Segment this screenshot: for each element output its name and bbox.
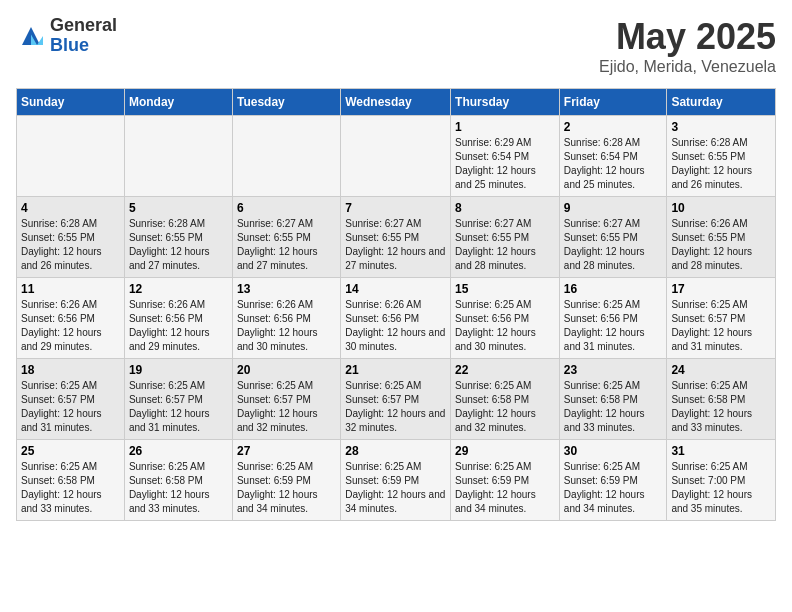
day-info: Sunrise: 6:26 AMSunset: 6:56 PMDaylight:… [237,298,336,354]
page-header: General Blue May 2025 Ejido, Merida, Ven… [16,16,776,76]
day-info: Sunrise: 6:25 AMSunset: 6:57 PMDaylight:… [129,379,228,435]
day-number: 16 [564,282,663,296]
calendar-cell: 12Sunrise: 6:26 AMSunset: 6:56 PMDayligh… [124,278,232,359]
day-info: Sunrise: 6:25 AMSunset: 6:58 PMDaylight:… [129,460,228,516]
day-number: 29 [455,444,555,458]
calendar-cell: 22Sunrise: 6:25 AMSunset: 6:58 PMDayligh… [451,359,560,440]
day-number: 23 [564,363,663,377]
calendar-cell: 5Sunrise: 6:28 AMSunset: 6:55 PMDaylight… [124,197,232,278]
title-location: Ejido, Merida, Venezuela [599,58,776,76]
day-info: Sunrise: 6:26 AMSunset: 6:56 PMDaylight:… [129,298,228,354]
day-info: Sunrise: 6:25 AMSunset: 6:56 PMDaylight:… [455,298,555,354]
day-info: Sunrise: 6:25 AMSunset: 6:57 PMDaylight:… [21,379,120,435]
day-info: Sunrise: 6:25 AMSunset: 6:59 PMDaylight:… [564,460,663,516]
calendar-week-row: 25Sunrise: 6:25 AMSunset: 6:58 PMDayligh… [17,440,776,521]
day-number: 19 [129,363,228,377]
day-info: Sunrise: 6:26 AMSunset: 6:56 PMDaylight:… [345,298,446,354]
title-month: May 2025 [599,16,776,58]
day-info: Sunrise: 6:25 AMSunset: 7:00 PMDaylight:… [671,460,771,516]
day-info: Sunrise: 6:25 AMSunset: 6:56 PMDaylight:… [564,298,663,354]
day-info: Sunrise: 6:25 AMSunset: 6:59 PMDaylight:… [455,460,555,516]
day-info: Sunrise: 6:27 AMSunset: 6:55 PMDaylight:… [345,217,446,273]
day-info: Sunrise: 6:28 AMSunset: 6:55 PMDaylight:… [129,217,228,273]
calendar-cell: 31Sunrise: 6:25 AMSunset: 7:00 PMDayligh… [667,440,776,521]
calendar-cell [341,116,451,197]
calendar-cell [17,116,125,197]
calendar-cell: 26Sunrise: 6:25 AMSunset: 6:58 PMDayligh… [124,440,232,521]
day-info: Sunrise: 6:27 AMSunset: 6:55 PMDaylight:… [237,217,336,273]
calendar-cell: 14Sunrise: 6:26 AMSunset: 6:56 PMDayligh… [341,278,451,359]
day-number: 31 [671,444,771,458]
calendar-cell: 7Sunrise: 6:27 AMSunset: 6:55 PMDaylight… [341,197,451,278]
calendar-cell: 2Sunrise: 6:28 AMSunset: 6:54 PMDaylight… [559,116,667,197]
day-number: 5 [129,201,228,215]
day-number: 30 [564,444,663,458]
calendar-week-row: 1Sunrise: 6:29 AMSunset: 6:54 PMDaylight… [17,116,776,197]
day-info: Sunrise: 6:25 AMSunset: 6:59 PMDaylight:… [345,460,446,516]
day-number: 25 [21,444,120,458]
day-number: 27 [237,444,336,458]
logo-general-text: General [50,16,117,36]
day-number: 26 [129,444,228,458]
day-info: Sunrise: 6:26 AMSunset: 6:56 PMDaylight:… [21,298,120,354]
calendar-week-row: 18Sunrise: 6:25 AMSunset: 6:57 PMDayligh… [17,359,776,440]
day-number: 21 [345,363,446,377]
day-info: Sunrise: 6:25 AMSunset: 6:59 PMDaylight:… [237,460,336,516]
day-info: Sunrise: 6:25 AMSunset: 6:57 PMDaylight:… [345,379,446,435]
calendar-cell: 25Sunrise: 6:25 AMSunset: 6:58 PMDayligh… [17,440,125,521]
day-number: 9 [564,201,663,215]
weekday-header: Monday [124,89,232,116]
logo-text: General Blue [50,16,117,56]
day-info: Sunrise: 6:27 AMSunset: 6:55 PMDaylight:… [564,217,663,273]
calendar-cell: 20Sunrise: 6:25 AMSunset: 6:57 PMDayligh… [232,359,340,440]
calendar-cell: 21Sunrise: 6:25 AMSunset: 6:57 PMDayligh… [341,359,451,440]
calendar-week-row: 11Sunrise: 6:26 AMSunset: 6:56 PMDayligh… [17,278,776,359]
day-number: 2 [564,120,663,134]
day-number: 13 [237,282,336,296]
logo-icon [16,21,46,51]
day-number: 14 [345,282,446,296]
calendar-cell: 15Sunrise: 6:25 AMSunset: 6:56 PMDayligh… [451,278,560,359]
calendar-header-row: SundayMondayTuesdayWednesdayThursdayFrid… [17,89,776,116]
day-info: Sunrise: 6:25 AMSunset: 6:58 PMDaylight:… [671,379,771,435]
calendar-cell: 17Sunrise: 6:25 AMSunset: 6:57 PMDayligh… [667,278,776,359]
day-info: Sunrise: 6:25 AMSunset: 6:58 PMDaylight:… [21,460,120,516]
calendar-cell: 6Sunrise: 6:27 AMSunset: 6:55 PMDaylight… [232,197,340,278]
logo: General Blue [16,16,117,56]
day-info: Sunrise: 6:25 AMSunset: 6:58 PMDaylight:… [455,379,555,435]
day-number: 12 [129,282,228,296]
title-block: May 2025 Ejido, Merida, Venezuela [599,16,776,76]
calendar-cell: 16Sunrise: 6:25 AMSunset: 6:56 PMDayligh… [559,278,667,359]
logo-blue-text: Blue [50,36,117,56]
day-info: Sunrise: 6:25 AMSunset: 6:57 PMDaylight:… [237,379,336,435]
calendar-cell: 24Sunrise: 6:25 AMSunset: 6:58 PMDayligh… [667,359,776,440]
calendar-week-row: 4Sunrise: 6:28 AMSunset: 6:55 PMDaylight… [17,197,776,278]
day-number: 15 [455,282,555,296]
calendar-cell: 4Sunrise: 6:28 AMSunset: 6:55 PMDaylight… [17,197,125,278]
calendar-cell: 29Sunrise: 6:25 AMSunset: 6:59 PMDayligh… [451,440,560,521]
calendar-cell: 13Sunrise: 6:26 AMSunset: 6:56 PMDayligh… [232,278,340,359]
weekday-header: Tuesday [232,89,340,116]
day-number: 17 [671,282,771,296]
day-info: Sunrise: 6:26 AMSunset: 6:55 PMDaylight:… [671,217,771,273]
day-info: Sunrise: 6:29 AMSunset: 6:54 PMDaylight:… [455,136,555,192]
calendar-cell: 18Sunrise: 6:25 AMSunset: 6:57 PMDayligh… [17,359,125,440]
calendar-table: SundayMondayTuesdayWednesdayThursdayFrid… [16,88,776,521]
day-info: Sunrise: 6:28 AMSunset: 6:55 PMDaylight:… [21,217,120,273]
calendar-cell: 30Sunrise: 6:25 AMSunset: 6:59 PMDayligh… [559,440,667,521]
day-number: 24 [671,363,771,377]
weekday-header: Wednesday [341,89,451,116]
day-number: 6 [237,201,336,215]
calendar-cell: 23Sunrise: 6:25 AMSunset: 6:58 PMDayligh… [559,359,667,440]
calendar-cell: 1Sunrise: 6:29 AMSunset: 6:54 PMDaylight… [451,116,560,197]
calendar-cell: 8Sunrise: 6:27 AMSunset: 6:55 PMDaylight… [451,197,560,278]
weekday-header: Saturday [667,89,776,116]
day-info: Sunrise: 6:27 AMSunset: 6:55 PMDaylight:… [455,217,555,273]
day-info: Sunrise: 6:25 AMSunset: 6:58 PMDaylight:… [564,379,663,435]
calendar-cell: 11Sunrise: 6:26 AMSunset: 6:56 PMDayligh… [17,278,125,359]
day-number: 7 [345,201,446,215]
day-number: 11 [21,282,120,296]
weekday-header: Sunday [17,89,125,116]
day-number: 4 [21,201,120,215]
calendar-cell [124,116,232,197]
